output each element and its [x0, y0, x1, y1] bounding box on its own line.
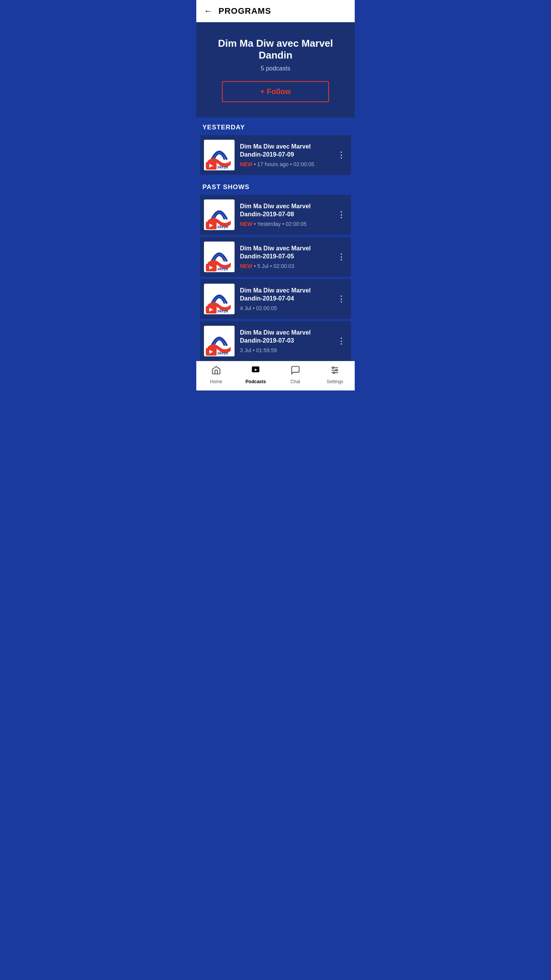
episode-thumbnail: skeya	[204, 326, 235, 356]
episode-item[interactable]: skeya Dim Ma Diw avec Marvel Dandin-2019…	[200, 237, 351, 277]
svg-text:skeya: skeya	[217, 165, 228, 169]
more-options-button[interactable]: ⋮	[336, 150, 347, 160]
podcasts-label: Podcasts	[246, 379, 266, 384]
section-title-1: PAST SHOWS	[202, 183, 249, 191]
nav-settings[interactable]: Settings	[315, 365, 355, 384]
chat-label: Chat	[290, 379, 300, 384]
episode-thumbnail: skeya	[204, 199, 235, 230]
episode-time: • Yesterday • 02:00:05	[253, 221, 306, 227]
home-label: Home	[210, 379, 222, 384]
episode-thumbnail: skeya	[204, 284, 235, 314]
episode-item[interactable]: skeya Dim Ma Diw avec Marvel Dandin-2019…	[200, 195, 351, 235]
episode-list-1: skeya Dim Ma Diw avec Marvel Dandin-2019…	[196, 195, 355, 361]
episode-info: Dim Ma Diw avec Marvel Dandin-2019-07-03…	[240, 329, 330, 353]
follow-button[interactable]: + Follow	[222, 81, 329, 102]
hero-section: Dim Ma Diw avec Marvel Dandin 5 podcasts…	[196, 22, 355, 118]
episode-info: Dim Ma Diw avec Marvel Dandin-2019-07-04…	[240, 287, 330, 311]
new-badge: NEW	[240, 263, 253, 269]
episode-list-0: skeya Dim Ma Diw avec Marvel Dandin-2019…	[196, 135, 355, 175]
bottom-navigation: Home Podcasts Chat	[196, 361, 355, 390]
page-title: PROGRAMS	[218, 6, 271, 16]
svg-text:skeya: skeya	[217, 267, 228, 271]
svg-point-26	[336, 369, 337, 371]
episode-title: Dim Ma Diw avec Marvel Dandin-2019-07-03	[240, 329, 330, 345]
episode-title: Dim Ma Diw avec Marvel Dandin-2019-07-04	[240, 287, 330, 303]
episode-title: Dim Ma Diw avec Marvel Dandin-2019-07-08	[240, 203, 330, 219]
svg-text:skeya: skeya	[217, 309, 228, 313]
program-title: Dim Ma Diw avec Marvel Dandin	[204, 38, 347, 61]
episode-item[interactable]: skeya Dim Ma Diw avec Marvel Dandin-2019…	[200, 279, 351, 319]
podcasts-icon	[251, 365, 261, 377]
new-badge: NEW	[240, 221, 253, 227]
more-options-button[interactable]: ⋮	[336, 294, 347, 304]
svg-point-27	[333, 372, 335, 373]
nav-home[interactable]: Home	[196, 365, 236, 384]
episode-title: Dim Ma Diw avec Marvel Dandin-2019-07-09	[240, 143, 330, 159]
episode-time: 4 Jul • 02:00:05	[240, 305, 277, 311]
episode-item[interactable]: skeya Dim Ma Diw avec Marvel Dandin-2019…	[200, 135, 351, 175]
back-button[interactable]: ←	[204, 6, 212, 16]
episode-meta: NEW • 17 hours ago • 02:00:05	[240, 161, 330, 167]
episode-info: Dim Ma Diw avec Marvel Dandin-2019-07-05…	[240, 245, 330, 269]
settings-label: Settings	[327, 379, 343, 384]
section-label-0: YESTERDAY	[196, 118, 355, 135]
episode-thumbnail: skeya	[204, 140, 235, 170]
nav-chat[interactable]: Chat	[276, 365, 315, 384]
header: ← PROGRAMS	[196, 0, 355, 22]
home-icon	[211, 365, 221, 377]
podcast-count: 5 podcasts	[261, 65, 290, 72]
episode-title: Dim Ma Diw avec Marvel Dandin-2019-07-05	[240, 245, 330, 261]
episode-meta: NEW • Yesterday • 02:00:05	[240, 221, 330, 227]
settings-icon	[330, 365, 340, 377]
episode-meta: 3 Jul • 01:59:59	[240, 347, 330, 353]
episode-info: Dim Ma Diw avec Marvel Dandin-2019-07-08…	[240, 203, 330, 227]
episode-thumbnail: skeya	[204, 242, 235, 272]
episode-meta: 4 Jul • 02:00:05	[240, 305, 330, 311]
episode-time: • 17 hours ago • 02:00:05	[253, 161, 315, 167]
episode-info: Dim Ma Diw avec Marvel Dandin-2019-07-09…	[240, 143, 330, 167]
svg-text:skeya: skeya	[217, 225, 228, 229]
episode-time: 3 Jul • 01:59:59	[240, 347, 277, 353]
section-label-1: PAST SHOWS	[196, 177, 355, 195]
episode-meta: NEW • 5 Jul • 02:00:03	[240, 263, 330, 269]
section-title-0: YESTERDAY	[202, 124, 245, 131]
new-badge: NEW	[240, 161, 253, 167]
more-options-button[interactable]: ⋮	[336, 336, 347, 346]
more-options-button[interactable]: ⋮	[336, 252, 347, 262]
episode-time: • 5 Jul • 02:00:03	[253, 263, 294, 269]
episode-item[interactable]: skeya Dim Ma Diw avec Marvel Dandin-2019…	[200, 321, 351, 361]
nav-podcasts[interactable]: Podcasts	[236, 365, 276, 384]
chat-icon	[290, 365, 300, 377]
more-options-button[interactable]: ⋮	[336, 210, 347, 220]
svg-text:skeya: skeya	[217, 351, 228, 355]
svg-point-25	[333, 367, 334, 368]
